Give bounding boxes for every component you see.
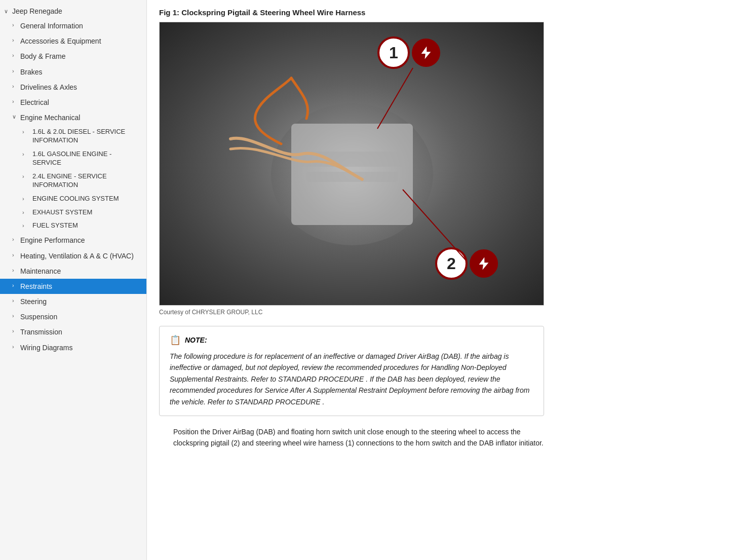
sidebar-item-wiring-diagrams[interactable]: ›Wiring Diagrams — [0, 340, 146, 355]
main-content: Fig 1: Clockspring Pigtail & Steering Wh… — [147, 0, 732, 560]
chevron-right-icon: › — [22, 151, 30, 158]
chevron-right-icon: › — [22, 195, 30, 202]
chevron-right-icon: › — [12, 98, 20, 105]
fig-image: 1 2 — [159, 22, 544, 306]
sidebar-item-label: Body & Frame — [20, 52, 65, 61]
sidebar-item-label: Electrical — [20, 98, 49, 107]
sidebar-sub-item-label: EXHAUST SYSTEM — [32, 208, 92, 217]
chevron-right-icon: › — [12, 67, 20, 74]
sidebar-sub-item-engine-2-4[interactable]: ›2.4L ENGINE - SERVICE INFORMATION — [0, 170, 146, 192]
note-header: 📋 NOTE: — [170, 334, 533, 346]
chevron-right-icon: › — [12, 83, 20, 90]
chevron-right-icon: › — [12, 282, 20, 289]
sidebar-item-label: Heating, Ventilation & A & C (HVAC) — [20, 251, 134, 260]
sidebar-item-hvac[interactable]: ›Heating, Ventilation & A & C (HVAC) — [0, 248, 146, 264]
chevron-right-icon: › — [12, 343, 20, 350]
chevron-right-icon: › — [12, 236, 20, 243]
sidebar-item-label: Transmission — [20, 327, 62, 337]
chevron-right-icon: › — [12, 312, 20, 319]
sidebar-root-label: Jeep Renegade — [12, 7, 62, 15]
wire-peach-svg — [220, 129, 372, 190]
callout-circle-1: 1 — [377, 36, 410, 69]
sidebar-sub-item-fuel-system[interactable]: ›FUEL SYSTEM — [0, 219, 146, 233]
step-number — [159, 426, 169, 449]
sidebar-sub-item-label: ENGINE COOLING SYSTEM — [32, 195, 119, 203]
chevron-right-icon: › — [12, 52, 20, 59]
chevron-right-icon: › — [22, 209, 30, 216]
chevron-right-icon: › — [22, 128, 30, 135]
note-box: 📋 NOTE: The following procedure is for r… — [159, 326, 544, 416]
callout-2: 2 — [435, 247, 498, 280]
sidebar-item-engine-mechanical[interactable]: ∨Engine Mechanical — [0, 110, 146, 125]
chevron-right-icon: › — [12, 36, 20, 44]
sidebar-sub-item-cooling-system[interactable]: ›ENGINE COOLING SYSTEM — [0, 192, 146, 206]
sidebar-sub-item-label: 1.6L & 2.0L DIESEL - SERVICE INFORMATION — [32, 128, 141, 145]
step-list: Position the Driver AirBag (DAB) and flo… — [159, 426, 554, 449]
callout-1: 1 — [377, 36, 440, 69]
sidebar-item-transmission[interactable]: ›Transmission — [0, 324, 146, 340]
chevron-right-icon: › — [12, 267, 20, 274]
sidebar-sub-item-gasoline-service[interactable]: ›1.6L GASOLINE ENGINE - SERVICE — [0, 147, 146, 170]
callout-bolt-1 — [412, 39, 440, 67]
sidebar-item-body-frame[interactable]: ›Body & Frame — [0, 49, 146, 64]
sidebar-item-label: Restraints — [20, 282, 52, 291]
note-body: The following procedure is for replaceme… — [170, 351, 533, 407]
sidebar-item-general-information[interactable]: ›General Information — [0, 18, 146, 33]
sidebar-root-jeep-renegade[interactable]: ∨ Jeep Renegade — [0, 4, 146, 18]
callout-circle-2: 2 — [435, 247, 468, 280]
sidebar-items-container: ›General Information›Accessories & Equip… — [0, 18, 146, 355]
sidebar-item-label: Wiring Diagrams — [20, 343, 72, 352]
sidebar-item-drivelines-axles[interactable]: ›Drivelines & Axles — [0, 80, 146, 95]
sidebar-sub-item-exhaust-system[interactable]: ›EXHAUST SYSTEM — [0, 206, 146, 219]
sidebar-item-label: Suspension — [20, 312, 57, 321]
note-icon: 📋 — [170, 334, 181, 346]
callout-bolt-2 — [470, 249, 498, 278]
sidebar-item-label: Steering — [20, 297, 47, 306]
sidebar-item-electrical[interactable]: ›Electrical — [0, 95, 146, 110]
sidebar-item-steering[interactable]: ›Steering — [0, 294, 146, 309]
chevron-right-icon: ∨ — [12, 113, 20, 120]
sidebar-item-restraints[interactable]: ›Restraints — [0, 279, 146, 294]
sidebar-sub-item-label: FUEL SYSTEM — [32, 221, 78, 230]
sidebar-item-label: Brakes — [20, 67, 43, 77]
sidebar: ∨ Jeep Renegade ›General Information›Acc… — [0, 0, 147, 560]
note-label: NOTE: — [185, 336, 207, 344]
chevron-right-icon: › — [12, 251, 20, 258]
step-text: Position the Driver AirBag (DAB) and flo… — [173, 426, 554, 449]
sidebar-item-label: Drivelines & Axles — [20, 83, 77, 92]
step-item: Position the Driver AirBag (DAB) and flo… — [159, 426, 554, 449]
sidebar-item-label: Maintenance — [20, 267, 61, 276]
courtesy-text: Courtesy of CHRYSLER GROUP, LLC — [159, 309, 720, 316]
sidebar-item-maintenance[interactable]: ›Maintenance — [0, 264, 146, 279]
sidebar-sub-item-label: 1.6L GASOLINE ENGINE - SERVICE — [32, 150, 141, 167]
sidebar-item-accessories-equipment[interactable]: ›Accessories & Equipment — [0, 33, 146, 49]
fig-title: Fig 1: Clockspring Pigtail & Steering Wh… — [159, 8, 720, 17]
steering-wheel-image: 1 2 — [160, 22, 544, 305]
chevron-right-icon: › — [22, 173, 30, 180]
sidebar-item-label: General Information — [20, 21, 83, 30]
sidebar-item-label: Engine Performance — [20, 236, 85, 245]
chevron-right-icon: › — [12, 21, 20, 28]
sidebar-sub-item-label: 2.4L ENGINE - SERVICE INFORMATION — [32, 172, 141, 190]
sidebar-item-label: Accessories & Equipment — [20, 36, 101, 46]
sidebar-item-brakes[interactable]: ›Brakes — [0, 64, 146, 80]
chevron-right-icon: › — [12, 297, 20, 304]
sidebar-item-suspension[interactable]: ›Suspension — [0, 309, 146, 324]
chevron-right-icon: › — [12, 327, 20, 334]
sidebar-item-label: Engine Mechanical — [20, 113, 80, 122]
chevron-right-icon: › — [22, 222, 30, 229]
chevron-down-icon: ∨ — [4, 8, 12, 15]
sidebar-sub-item-diesel-service[interactable]: ›1.6L & 2.0L DIESEL - SERVICE INFORMATIO… — [0, 125, 146, 147]
sidebar-item-engine-performance[interactable]: ›Engine Performance — [0, 233, 146, 248]
